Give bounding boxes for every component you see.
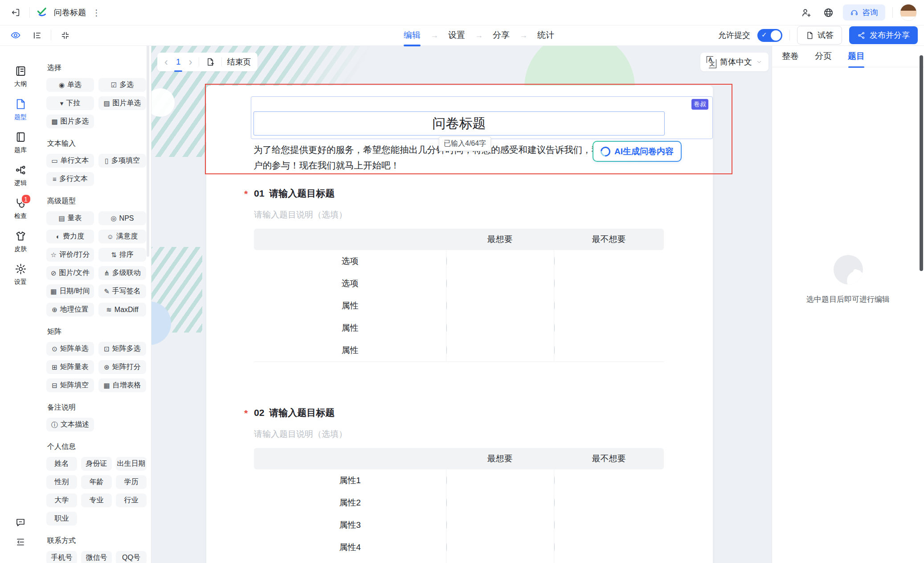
qtype-button-自增表格[interactable]: ▦自增表格 <box>98 378 146 392</box>
outline-list-button[interactable] <box>29 28 45 43</box>
user-avatar[interactable] <box>900 4 917 21</box>
inspector-tab-2[interactable]: 分页 <box>815 50 832 62</box>
qtype-icon: ☑ <box>111 82 117 88</box>
qtype-button-学历[interactable]: 学历 <box>116 475 147 489</box>
qtype-button-矩阵填空[interactable]: ⊟矩阵填空 <box>46 378 94 392</box>
panel-section-7: 联系方式手机号微信号QQ号邮箱地址 <box>46 536 151 563</box>
page-scrollbar-thumb[interactable] <box>920 55 923 271</box>
qtype-button-矩阵多选[interactable]: ⊡矩阵多选 <box>98 342 146 356</box>
qtype-button-文本描述[interactable]: ⓘ文本描述 <box>46 418 94 431</box>
question-title[interactable]: 请输入题目标题 <box>269 187 335 200</box>
sidebar-item-question-bank[interactable]: 题库 <box>0 131 41 154</box>
qtype-button-手机号[interactable]: 手机号 <box>46 551 77 563</box>
question-desc-placeholder[interactable]: 请输入题目说明（选填） <box>254 428 664 440</box>
qtype-button-图片/文件[interactable]: ⊘图片/文件 <box>46 266 94 280</box>
qtype-button-身份证[interactable]: 身份证 <box>81 457 112 471</box>
qtype-button-评价/打分[interactable]: ☆评价/打分 <box>46 248 94 262</box>
qtype-button-姓名[interactable]: 姓名 <box>46 457 77 471</box>
qtype-button-行业[interactable]: 行业 <box>116 493 147 507</box>
qtype-button-单行文本[interactable]: ▭单行文本 <box>46 154 94 168</box>
back-button[interactable] <box>8 5 23 20</box>
qtype-button-微信号[interactable]: 微信号 <box>81 551 112 563</box>
qtype-button-多选[interactable]: ☑多选 <box>98 78 146 92</box>
collapse-button[interactable] <box>0 537 41 547</box>
panel-scrollbar[interactable] <box>147 25 149 257</box>
sidebar-item-logic[interactable]: 逻辑 <box>0 164 41 187</box>
question-desc-placeholder[interactable]: 请输入题目说明（选填） <box>254 209 664 221</box>
publish-share-button[interactable]: 发布并分享 <box>849 26 918 44</box>
qtype-button-下拉[interactable]: ▾下拉 <box>46 96 94 110</box>
qtype-button-单选[interactable]: ◉单选 <box>46 78 94 92</box>
qtype-button-多行文本[interactable]: ≡多行文本 <box>46 172 94 186</box>
juanshu-badge[interactable]: 卷叔 <box>691 99 708 110</box>
qtype-button-图片多选[interactable]: ▩图片多选 <box>46 115 94 128</box>
question-title[interactable]: 请输入题目标题 <box>269 407 335 419</box>
divider <box>199 58 199 66</box>
try-answer-button[interactable]: 试答 <box>797 26 842 45</box>
qtype-button-矩阵量表[interactable]: ⊞矩阵量表 <box>46 360 94 374</box>
consult-button[interactable]: 咨询 <box>843 4 885 21</box>
qtype-button-费力度[interactable]: ◐费力度 <box>46 230 94 243</box>
allow-submit-toggle[interactable]: ✓ <box>757 29 782 42</box>
qtype-icon: ◉ <box>59 82 65 88</box>
preview-button[interactable] <box>8 28 23 43</box>
qtype-button-矩阵单选[interactable]: ⊙矩阵单选 <box>46 342 94 356</box>
column-header: 最不想要 <box>554 453 664 464</box>
add-page-button[interactable] <box>204 56 216 68</box>
flow-tab-2[interactable]: 设置 <box>448 29 465 41</box>
qtype-button-QQ号[interactable]: QQ号 <box>116 551 147 563</box>
qtype-button-量表[interactable]: ▤量表 <box>46 211 94 225</box>
qtype-label: 微信号 <box>86 553 107 563</box>
sidebar-item-label: 题型 <box>14 113 27 121</box>
qtype-button-性别[interactable]: 性别 <box>46 475 77 489</box>
qtype-button-日期/时间[interactable]: ▦日期/时间 <box>46 284 94 298</box>
survey-title-input[interactable]: 问卷标题 <box>253 111 665 136</box>
inspector-tab-1[interactable]: 整卷 <box>782 50 799 62</box>
next-page-icon[interactable]: › <box>188 57 193 67</box>
ai-generate-button[interactable]: AI生成问卷内容 <box>593 141 682 162</box>
language-selector[interactable]: A文 简体中文 <box>700 53 769 71</box>
sidebar-item-skin[interactable]: 皮肤 <box>0 230 41 253</box>
qtype-button-MaxDiff[interactable]: ≋MaxDiff <box>98 303 146 316</box>
language-value: 简体中文 <box>720 57 752 67</box>
feedback-button[interactable] <box>0 517 41 528</box>
sidebar-item-question-types[interactable]: 题型 <box>0 98 41 121</box>
qtype-button-多级联动[interactable]: ⋔多级联动 <box>98 266 146 280</box>
sidebar-item-outline[interactable]: 大纲 <box>0 65 41 88</box>
end-page-button[interactable]: 结束页 <box>227 57 251 67</box>
qtype-button-出生日期[interactable]: 出生日期 <box>116 457 147 471</box>
qtype-button-多项填空[interactable]: ▯多项填空 <box>98 154 146 168</box>
inspector-tab-3[interactable]: 题目 <box>848 50 865 62</box>
sidebar-item-check[interactable]: 1检查 <box>0 197 41 220</box>
qtype-button-职业[interactable]: 职业 <box>46 512 77 526</box>
qtype-button-大学[interactable]: 大学 <box>46 493 77 507</box>
fullscreen-button[interactable] <box>57 28 73 43</box>
flow-tab-3[interactable]: 分享 <box>493 29 510 41</box>
qtype-button-矩阵打分[interactable]: ⊛矩阵打分 <box>98 360 146 374</box>
panel-section-title: 备注说明 <box>47 403 151 412</box>
qtype-button-地理位置[interactable]: ⊕地理位置 <box>46 303 94 316</box>
question-block-01[interactable]: *01请输入题目标题请输入题目说明（选填）最想要最不想要选项选项属性属性属性 <box>254 187 664 362</box>
language-globe-button[interactable] <box>821 5 836 20</box>
invite-collaborator-button[interactable] <box>798 5 814 20</box>
prev-page-icon[interactable]: ‹ <box>164 57 169 67</box>
more-menu-icon[interactable]: ⋮ <box>92 8 101 18</box>
qtype-button-专业[interactable]: 专业 <box>81 493 112 507</box>
current-page-button[interactable]: 1 <box>174 57 183 67</box>
sidebar-item-label: 检查 <box>14 212 27 220</box>
panel-section-3: 高级题型▤量表◎NPS◐费力度☺满意度☆评价/打分⇅排序⊘图片/文件⋔多级联动▦… <box>46 197 151 316</box>
question-block-02[interactable]: *02请输入题目标题请输入题目说明（选填）最想要最不想要属性1属性2属性3属性4… <box>254 407 664 563</box>
sidebar-item-settings[interactable]: 设置 <box>0 263 41 286</box>
qtype-button-手写签名[interactable]: ✎手写签名 <box>98 284 146 298</box>
qtype-button-满意度[interactable]: ☺满意度 <box>98 230 146 243</box>
qtype-button-年龄[interactable]: 年龄 <box>81 475 112 489</box>
flow-tab-4[interactable]: 统计 <box>537 29 554 41</box>
qtype-label: 手机号 <box>51 553 73 563</box>
panel-section-title: 文本输入 <box>47 139 151 148</box>
flow-tab-1[interactable]: 编辑 <box>404 29 421 41</box>
qtype-icon: ⊛ <box>104 364 110 370</box>
qtype-button-图片单选[interactable]: ▨图片单选 <box>98 96 146 110</box>
qtype-button-排序[interactable]: ⇅排序 <box>98 248 146 262</box>
qtype-button-NPS[interactable]: ◎NPS <box>98 211 146 225</box>
divider <box>892 7 893 18</box>
